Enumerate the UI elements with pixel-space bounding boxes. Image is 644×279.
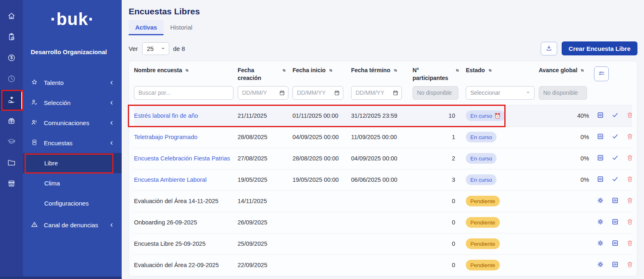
view-results-button[interactable] bbox=[596, 154, 604, 163]
sidebar-item-label: Selección bbox=[44, 99, 70, 106]
settings-button[interactable] bbox=[596, 239, 604, 248]
sidebar-item-canal-denuncias[interactable]: Canal de denuncias bbox=[23, 215, 122, 235]
sidebar-item-seleccion[interactable]: Selección bbox=[23, 93, 122, 113]
estado-filter-select[interactable]: Seleccionar bbox=[466, 86, 535, 100]
column-header-n-participantes[interactable]: N° participantes bbox=[413, 66, 466, 82]
sidebar-item-comunicaciones[interactable]: Comunicaciones bbox=[23, 113, 122, 133]
settings-button[interactable] bbox=[596, 197, 604, 206]
row-actions bbox=[594, 175, 632, 184]
estado-cell: Pendiente bbox=[466, 196, 539, 206]
sidebar-subitem-clima[interactable]: Clima bbox=[23, 173, 122, 193]
row-actions bbox=[594, 197, 632, 206]
page-size-select[interactable]: 25 bbox=[142, 42, 169, 55]
row-actions bbox=[594, 261, 632, 270]
settings-button[interactable] bbox=[596, 261, 604, 270]
row-actions bbox=[594, 133, 632, 142]
sort-icon[interactable] bbox=[393, 67, 398, 75]
estado-cell: Pendiente bbox=[466, 260, 539, 270]
sort-icon[interactable] bbox=[281, 67, 287, 75]
delete-button[interactable] bbox=[626, 261, 634, 270]
column-header-avance-global[interactable]: Avance global bbox=[539, 66, 594, 75]
sort-icon[interactable] bbox=[184, 67, 190, 75]
rail-item-graduation-cap-icon[interactable] bbox=[0, 132, 23, 153]
view-results-button[interactable] bbox=[596, 111, 604, 120]
delete-button[interactable] bbox=[626, 218, 634, 227]
icon-rail: $ bbox=[0, 0, 23, 279]
header-actions-cell bbox=[594, 66, 632, 81]
rail-item-gift-icon[interactable] bbox=[0, 111, 23, 132]
check-action-button[interactable] bbox=[611, 175, 619, 184]
trash-icon bbox=[626, 239, 634, 248]
check-action-button[interactable] bbox=[611, 111, 619, 120]
rail-item-currency-dollar-icon[interactable]: $ bbox=[0, 48, 23, 69]
delete-button[interactable] bbox=[626, 111, 634, 120]
tab-historial[interactable]: Historial bbox=[163, 20, 199, 35]
status-badge: En curso⏰ bbox=[466, 110, 506, 121]
view-results-button[interactable] bbox=[611, 218, 619, 227]
sort-icon[interactable] bbox=[455, 67, 460, 75]
delete-button[interactable] bbox=[626, 133, 634, 142]
delete-button[interactable] bbox=[626, 197, 634, 206]
fecha-creacion-cell: 25/09/2025 bbox=[238, 240, 293, 247]
view-results-button[interactable] bbox=[596, 175, 604, 184]
total-count-label: de 8 bbox=[173, 45, 185, 52]
check-action-button[interactable] bbox=[611, 133, 619, 142]
sidebar-section-title: Desarrollo Organizacional bbox=[31, 48, 122, 55]
column-header-nombre-encuesta[interactable]: Nombre encuesta bbox=[134, 66, 238, 75]
column-header-fecha-creacion[interactable]: Fecha creación bbox=[238, 66, 293, 82]
participantes-cell: 10 bbox=[413, 112, 466, 119]
date-filter-input[interactable] bbox=[293, 86, 343, 100]
view-results-button[interactable] bbox=[611, 239, 619, 248]
status-badge: Pendiente bbox=[466, 260, 500, 270]
status-badge: En curso bbox=[466, 174, 497, 185]
survey-name-link[interactable]: Encuesta Celebración Fiesta Patrias bbox=[134, 155, 238, 162]
column-header-fecha-inicio[interactable]: Fecha inicio bbox=[293, 66, 351, 75]
rail-item-storefront-icon[interactable] bbox=[0, 174, 23, 194]
survey-name-link[interactable]: Teletrabajo Programado bbox=[134, 134, 238, 140]
check-action-button[interactable] bbox=[611, 154, 619, 163]
sidebar-item-talento[interactable]: Talento bbox=[23, 73, 122, 93]
sort-icon[interactable] bbox=[328, 67, 333, 75]
tab-activas[interactable]: Activas bbox=[129, 20, 163, 35]
search-input[interactable] bbox=[134, 86, 234, 100]
fecha-termino-cell: 31/12/2025 23:59 bbox=[351, 112, 413, 119]
sort-icon[interactable] bbox=[488, 67, 493, 75]
eye-box-icon bbox=[596, 133, 604, 142]
rail-item-clock-icon[interactable] bbox=[0, 69, 23, 90]
survey-name-link[interactable]: Encuesta Ambiente Laboral bbox=[134, 176, 238, 183]
view-results-button[interactable] bbox=[611, 261, 619, 270]
trash-icon bbox=[626, 175, 634, 184]
table-body: Estrés laboral fin de año21/11/202501/11… bbox=[134, 105, 632, 276]
column-header-estado[interactable]: Estado bbox=[466, 66, 539, 75]
create-survey-button[interactable]: Crear Encuesta Libre bbox=[562, 41, 637, 55]
tab-bar: Activas Historial bbox=[129, 20, 637, 35]
delete-button[interactable] bbox=[626, 175, 634, 184]
delete-button[interactable] bbox=[626, 154, 634, 163]
sort-icon[interactable] bbox=[580, 67, 585, 75]
disabled-filter: No disponible bbox=[413, 86, 458, 100]
table-row: Estrés laboral fin de año21/11/202501/11… bbox=[134, 105, 632, 126]
column-settings-button[interactable] bbox=[594, 66, 609, 81]
rail-item-folder-icon[interactable] bbox=[0, 153, 23, 174]
date-filter-input[interactable] bbox=[238, 86, 288, 100]
rail-item-hand-heart-icon[interactable] bbox=[0, 90, 23, 111]
rail-item-clipboard-clock-icon[interactable] bbox=[0, 27, 23, 48]
sidebar-subitem-libre[interactable]: Libre bbox=[23, 153, 122, 173]
rail-item-home-icon[interactable] bbox=[0, 6, 23, 27]
view-results-button[interactable] bbox=[596, 133, 604, 142]
sidebar-item-encuestas[interactable]: Encuestas bbox=[23, 133, 122, 153]
main-content: Encuestas Libres Activas Historial Ver 2… bbox=[122, 0, 644, 279]
delete-button[interactable] bbox=[626, 239, 634, 248]
eye-box-icon bbox=[611, 261, 619, 270]
sidebar-subitem-configuraciones[interactable]: Configuraciones bbox=[23, 193, 122, 213]
gear-icon bbox=[596, 239, 604, 248]
date-filter-input[interactable] bbox=[351, 86, 402, 100]
survey-name-link[interactable]: Estrés laboral fin de año bbox=[134, 112, 238, 119]
view-results-button[interactable] bbox=[611, 197, 619, 206]
filter-cell-estado: Seleccionar bbox=[466, 86, 539, 100]
chevron-down-icon bbox=[161, 45, 166, 52]
settings-button[interactable] bbox=[596, 218, 604, 227]
column-header-fecha-termino[interactable]: Fecha término bbox=[351, 66, 413, 75]
download-button[interactable] bbox=[541, 42, 557, 55]
filter-cell-fecha-creacion bbox=[238, 86, 293, 100]
